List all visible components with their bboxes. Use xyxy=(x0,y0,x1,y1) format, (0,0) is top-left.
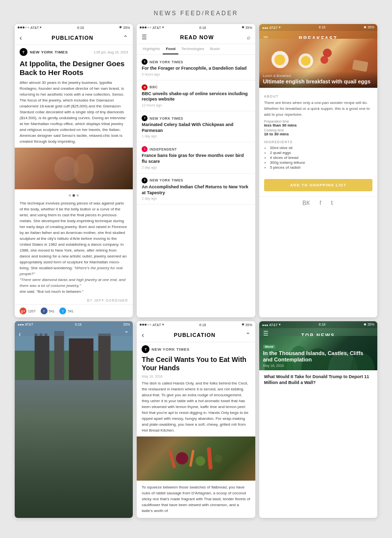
dot-3 xyxy=(76,194,79,197)
phone-top-news: ●●● AT&T ▾ 6:18 ✱ 35% ☰ TOP NEWS xyxy=(259,321,377,518)
tw-count: 541 xyxy=(68,309,74,313)
nyt-logo-1: T xyxy=(142,59,147,65)
food-photo-2b xyxy=(137,436,255,481)
signal-dot xyxy=(20,26,22,28)
topnews-article-title: In the Thousand Islands, Castles, Cliffs… xyxy=(263,350,373,363)
nyt-logo-2b: T xyxy=(142,345,149,353)
publication-header-2b: ‹ PUBLICATION ⌃ xyxy=(137,328,255,342)
news-time-3: 1 day ago xyxy=(142,134,250,138)
fb-count: 541 xyxy=(49,309,55,313)
cook-time-value: 10 to 30 mins xyxy=(264,132,372,136)
gplus-share[interactable]: g+ 1207 xyxy=(20,307,36,314)
svg-rect-5 xyxy=(98,333,111,380)
topnews-tag: World xyxy=(263,345,275,349)
building-svg xyxy=(15,321,133,380)
search-icon[interactable]: ⌕ xyxy=(247,34,250,41)
ingredient-2: 2 quail eggs xyxy=(270,151,372,155)
news-item-1[interactable]: T NEW YORK TIMES For the Forager or Fran… xyxy=(137,55,255,80)
vk-icon[interactable]: ВК xyxy=(302,200,310,206)
back-button-2b[interactable]: ‹ xyxy=(142,331,144,339)
recipe-title: Ultimate english breakfast with quail eg… xyxy=(263,78,373,85)
news-title-1: For the Forager or Francophile, a Dandel… xyxy=(142,66,250,72)
gplus-icon: g+ xyxy=(20,307,26,314)
news-item-3[interactable]: T NEW YORK TIMES Marinated Celery Salad … xyxy=(137,111,255,142)
hero-overlay: Lunch & Breakfast Ultimate english break… xyxy=(259,71,377,88)
breakfast-hero: ●●● AT&T ▾ 6:18 ✱ 35% ☰ BREAKFAST ⌕ xyxy=(259,24,377,88)
status-bar-2: AT&T ▾ 6:18 ✱ 35% xyxy=(137,24,255,31)
topnews-status-bar: ●●● AT&T ▾ 6:18 ✱ 35% xyxy=(259,321,377,328)
herb-1 xyxy=(196,456,205,466)
svg-rect-3 xyxy=(54,331,64,380)
recipe-description: There are times when only a one-pan wond… xyxy=(264,100,372,118)
news-item-5[interactable]: T NEW YORK TIMES An Accomplished Indian … xyxy=(137,174,255,205)
time-label: 6:18 xyxy=(77,26,84,29)
article-date: 1:05 pm, Aug 16, 2015 xyxy=(94,51,128,54)
cook-time-label: Cooking time xyxy=(264,128,372,132)
carrot-3 xyxy=(207,447,213,470)
gplus-count: 1207 xyxy=(28,309,36,313)
phone-breakfast: ●●● AT&T ▾ 6:18 ✱ 35% ☰ BREAKFAST ⌕ xyxy=(259,24,377,317)
nyt-logo-2: T xyxy=(142,115,147,121)
article-meta: T NEW YORK TIMES 1:05 pm, Aug 16, 2015 xyxy=(15,45,133,57)
cecile-article-body2: To squeeze between those swatches of fla… xyxy=(137,481,255,518)
signal-dot xyxy=(18,26,20,28)
article-title: At Ippolita, the Designer Goes Back to H… xyxy=(15,57,133,80)
tab-food[interactable]: Food xyxy=(163,44,178,54)
back-button-building[interactable]: ‹ xyxy=(19,330,21,338)
news-title-2: BBC unveils shake-up of online services … xyxy=(142,91,250,102)
news-item-2[interactable]: B BBC BBC unveils shake-up of online ser… xyxy=(137,80,255,111)
carrier-2: AT&T xyxy=(152,26,161,29)
twitter-icon[interactable]: 𝕥 xyxy=(331,200,334,206)
phone-cecil-article: AT&T ▾ 6:18 ✱ 35% ‹ PUBLICATION ⌃ T NEW … xyxy=(137,321,255,518)
bookmark-2b[interactable]: ⌃ xyxy=(245,332,250,338)
topnews-teaser: What Would It Take for Donald Trump to D… xyxy=(264,374,372,385)
news-item-4[interactable]: i INDEPENDENT France bans foie gras for … xyxy=(137,142,255,173)
article-image xyxy=(15,148,133,189)
building-photo xyxy=(15,321,133,518)
nyt-logo-3: T xyxy=(142,178,147,183)
carrot-1 xyxy=(168,448,176,468)
ingredients-label: INGREDIENTS xyxy=(264,140,372,144)
status-bar-1: AT&T ▾ 6:18 ✱ 35% xyxy=(15,24,133,31)
hamburger-icon[interactable]: ☰ xyxy=(142,34,147,41)
bbc-logo: B xyxy=(142,84,147,90)
ingredient-1: 20ml olive oil xyxy=(270,146,372,150)
fb-share[interactable]: f 541 xyxy=(41,307,55,314)
recipe-body: ABOUT There are times when only a one-pa… xyxy=(259,88,377,174)
beet-1 xyxy=(176,452,188,464)
svg-rect-4 xyxy=(69,338,94,380)
topnews-hero-content: World In the Thousand Islands, Castles, … xyxy=(263,344,373,367)
bookmark-icon[interactable]: ⌃ xyxy=(123,34,128,41)
news-title-4: France bans foie gras for three months o… xyxy=(142,153,250,164)
byline: BY JEFF GORDINER xyxy=(15,297,133,304)
nyt-logo: T xyxy=(20,48,27,56)
time-2: 6:18 xyxy=(199,26,206,29)
tab-technologies[interactable]: Technologies xyxy=(178,44,207,54)
phone-read-now: AT&T ▾ 6:18 ✱ 35% ☰ READ NOW ⌕ Highlight… xyxy=(137,24,255,317)
news-time-1: 5 hours ago xyxy=(142,73,250,76)
bookmark-building[interactable]: ⌃ xyxy=(124,330,129,337)
tab-business[interactable]: Busin xyxy=(207,44,223,54)
status-bar-2b: AT&T ▾ 6:18 ✱ 35% xyxy=(137,321,255,328)
article2-meta: T NEW YORK TIMES xyxy=(137,342,255,354)
news-title-3: Marinated Celery Salad With Chickpeas an… xyxy=(142,122,250,133)
independent-logo: i xyxy=(142,146,147,152)
tab-highlights[interactable]: Highlights xyxy=(140,44,163,54)
image-indicator xyxy=(15,192,133,199)
facebook-icon[interactable]: f xyxy=(319,200,321,206)
ingredient-5: 5 pieces of radish xyxy=(270,165,372,170)
signal-dot-empty xyxy=(27,26,29,28)
cook-time-container: Cooking time 10 to 30 mins xyxy=(264,128,372,136)
dot-1 xyxy=(69,194,71,197)
ingredient-3: 4 slices of bread xyxy=(270,155,372,160)
tw-icon: t xyxy=(59,307,66,314)
add-to-cart-button[interactable]: ADD TO SHOPPING LIST xyxy=(264,179,372,191)
news-title-5: An Accomplished Indian Chef Returns to N… xyxy=(142,184,250,196)
herb-2 xyxy=(213,454,222,463)
cecil-article-date: May 16, 2016 xyxy=(137,374,255,381)
prep-time-container: Preparation time less than 30 mins xyxy=(264,120,372,128)
carrier-label: AT&T xyxy=(30,26,39,29)
ingredients-list: 20ml olive oil 2 quail eggs 4 slices of … xyxy=(264,146,372,170)
tw-share[interactable]: t 541 xyxy=(59,307,74,314)
read-now-header: ☰ READ NOW ⌕ xyxy=(137,31,255,44)
